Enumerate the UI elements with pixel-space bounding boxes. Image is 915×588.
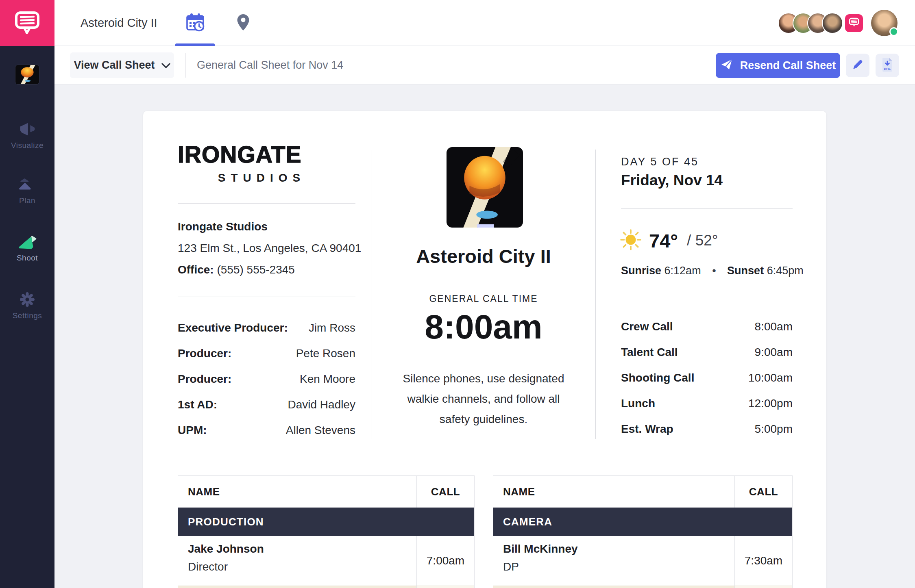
role-name: Pete Rosen — [296, 347, 355, 360]
crew-role-row: Producer: Ken Moore — [178, 373, 355, 386]
table-header: NAME CALL — [493, 476, 792, 508]
schedule-label: Lunch — [621, 397, 655, 410]
calendar-clock-icon — [185, 13, 205, 34]
schedule-time: 8:00am — [755, 320, 793, 333]
studio-phone: Office: (555) 555-2345 — [178, 263, 295, 276]
temperature-high: 74° — [649, 230, 678, 252]
page-title: Asteroid City II — [81, 0, 157, 46]
role-label: Executive Producer: — [178, 321, 288, 334]
table-section-camera: CAMERA — [493, 508, 792, 536]
crew-role-row: Executive Producer: Jim Ross — [178, 321, 355, 334]
pencil-icon — [852, 59, 864, 72]
column-divider — [595, 150, 596, 439]
divider — [178, 297, 355, 297]
role-name: David Hadley — [288, 398, 355, 411]
schedule-label: Talent Call — [621, 346, 678, 359]
studio-logo-subtitle: STUDIOS — [178, 171, 340, 184]
plan-icon — [19, 187, 36, 194]
studio-address: 123 Elm St., Los Angeles, CA 90401 — [178, 242, 361, 255]
resend-call-sheet-button[interactable]: Resend Call Sheet — [716, 53, 840, 78]
crew-member-role: Director — [188, 560, 416, 573]
camera-table: NAME CALL CAMERA Bill McKinney DP 7:30am — [493, 475, 793, 588]
schedule-label: Crew Call — [621, 320, 673, 333]
schedule-row: Lunch 12:00pm — [621, 397, 793, 410]
project-thumbnail[interactable] — [15, 65, 39, 84]
table-row[interactable]: Bill McKinney DP 7:30am — [493, 536, 792, 586]
bullet-separator: • — [712, 265, 716, 277]
crew-member-name: Jake Johnson — [188, 542, 416, 555]
schedule-row: Crew Call 8:00am — [621, 320, 793, 333]
schedule-row: Shooting Call 10:00am — [621, 371, 793, 384]
role-name: Ken Moore — [300, 373, 355, 386]
sun-icon — [620, 229, 642, 252]
shoot-day-label: DAY 5 OF 45 — [621, 156, 699, 168]
call-sheet-notes: Silence phones, use designated walkie ch… — [402, 369, 565, 430]
view-call-sheet-dropdown[interactable]: View Call Sheet — [70, 52, 174, 78]
studio-logo-wordmark: IRONGATE — [178, 141, 355, 168]
pdf-download-icon: PDF — [881, 57, 894, 74]
studiobinder-logo-button[interactable] — [0, 0, 54, 46]
general-call-time-label: GENERAL CALL TIME — [372, 293, 595, 304]
role-name: Jim Ross — [309, 321, 355, 334]
column-header-name: NAME — [493, 476, 734, 508]
divider — [178, 203, 355, 204]
online-status-dot — [889, 27, 898, 36]
content-area: IRONGATE STUDIOS Irongate Studios 123 El… — [54, 85, 915, 588]
table-header: NAME CALL — [178, 476, 474, 508]
sunset-label: Sunset — [727, 265, 764, 277]
crew-role-row: 1st AD: David Hadley — [178, 398, 355, 411]
table-row[interactable]: Jake Johnson Director 7:00am — [178, 536, 474, 586]
column-header-call: CALL — [734, 476, 792, 508]
shoot-date: Friday, Nov 14 — [621, 172, 723, 189]
office-label: Office: — [178, 263, 214, 276]
studio-name: Irongate Studios — [178, 220, 268, 233]
column-header-call: CALL — [416, 476, 474, 508]
crew-member-call-time: 7:00am — [416, 536, 474, 586]
send-icon — [720, 58, 733, 73]
role-label: 1st AD: — [178, 398, 217, 411]
call-sheet-toolbar: View Call Sheet General Call Sheet for N… — [54, 46, 915, 85]
movie-poster-image — [447, 147, 523, 228]
role-name: Allen Stevens — [286, 424, 355, 437]
crew-role-row: Producer: Pete Rosen — [178, 347, 355, 360]
location-pin-icon — [236, 13, 250, 33]
weather-summary: 74° / 52° — [620, 229, 718, 252]
sidebar-item-visualize[interactable]: Visualize — [0, 121, 54, 150]
crew-member-call-time: 7:30am — [734, 536, 792, 586]
role-label: Producer: — [178, 347, 231, 360]
table-row-partial — [493, 586, 792, 588]
call-sheet-project-title: Asteroid City II — [372, 245, 595, 267]
crew-member-name: Bill McKinney — [503, 542, 734, 555]
tab-call-sheets[interactable] — [175, 0, 215, 46]
edit-call-sheet-button[interactable] — [846, 54, 869, 77]
active-tab-indicator — [175, 43, 215, 46]
table-section-production: PRODUCTION — [178, 508, 474, 536]
collaborator-avatar-group[interactable] — [778, 13, 843, 34]
schedule-time: 10:00am — [748, 371, 793, 384]
current-user-avatar[interactable] — [871, 10, 898, 36]
resend-call-sheet-label: Resend Call Sheet — [740, 59, 836, 72]
gear-icon — [19, 302, 35, 309]
schedule-time: 9:00am — [755, 346, 793, 359]
column-header-name: NAME — [178, 476, 416, 508]
office-phone: (555) 555-2345 — [217, 263, 294, 276]
sidebar-item-shoot[interactable]: Shoot — [0, 234, 54, 263]
general-call-time-value: 8:00am — [372, 307, 595, 347]
call-sheet-card: IRONGATE STUDIOS Irongate Studios 123 El… — [143, 111, 826, 588]
sidebar-item-settings[interactable]: Settings — [0, 291, 54, 320]
schedule-label: Shooting Call — [621, 371, 694, 384]
download-pdf-button[interactable]: PDF — [876, 54, 899, 77]
sunrise-time: 6:12am — [664, 265, 701, 277]
studiobinder-badge-button[interactable] — [845, 14, 863, 32]
schedule-time: 12:00pm — [748, 397, 793, 410]
sidebar: Visualize Plan Shoot — [0, 46, 54, 588]
toolbar-divider — [185, 53, 186, 78]
call-sheet-name: General Call Sheet for Nov 14 — [197, 46, 343, 85]
schedule-time: 5:00pm — [755, 423, 793, 436]
role-label: UPM: — [178, 424, 207, 437]
collaborator-avatar[interactable] — [822, 13, 843, 34]
sidebar-item-plan[interactable]: Plan — [0, 177, 54, 205]
tab-locations[interactable] — [226, 0, 260, 46]
schedule-row: Talent Call 9:00am — [621, 346, 793, 359]
production-table: NAME CALL PRODUCTION Jake Johnson Direct… — [178, 475, 475, 588]
